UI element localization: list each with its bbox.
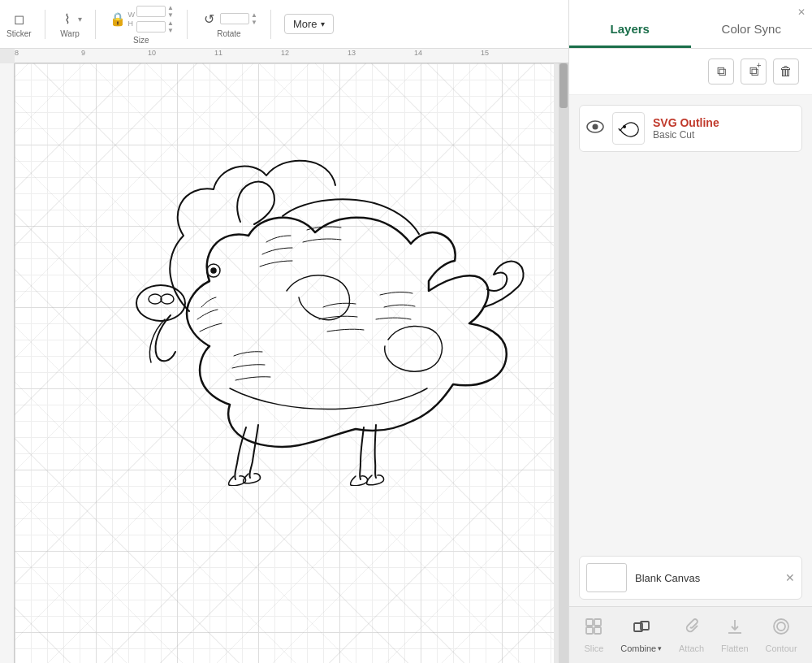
blank-canvas-label: Blank Canvas [635,572,700,584]
svg-point-4 [211,268,216,273]
svg-point-6 [593,124,598,130]
color-sync-tab-label: Color Sync [722,22,781,36]
blank-canvas-thumbnail [586,563,627,592]
canvas-area[interactable]: 8 9 10 11 12 13 14 15 [0,49,568,663]
svg-point-1 [149,294,162,304]
blank-canvas-item[interactable]: Blank Canvas ✕ [579,556,802,600]
layers-tab-label: Layers [611,22,650,36]
layer-info: SVG Outline Basic Cut [653,116,795,141]
combine-icon [632,617,651,640]
sticker-icon: ◻ [10,10,28,28]
svg-point-2 [161,294,174,304]
ruler-vertical [0,63,15,663]
svg-point-16 [777,622,785,630]
blank-canvas-close[interactable]: ✕ [785,571,795,584]
flatten-label: Flatten [721,644,749,653]
rotate-icon: ↺ [201,10,218,28]
layer-visibility-toggle[interactable] [586,120,604,136]
more-arrow: ▾ [321,20,325,28]
tab-color-sync[interactable]: Color Sync [691,12,813,48]
contour-action[interactable]: Contour [765,617,797,653]
layer-toolbar: ⧉ ⧉+ 🗑 [569,49,812,95]
flatten-action[interactable]: Flatten [721,617,749,653]
slice-icon [584,617,603,640]
svg-rect-11 [594,627,601,634]
svg-point-7 [623,125,626,128]
contour-icon [771,617,791,640]
panel-close-icon[interactable]: ✕ [797,6,806,18]
combine-action[interactable]: Combine ▾ [620,617,662,653]
layers-list: SVG Outline Basic Cut [569,95,812,332]
size-tool[interactable]: 🔒 W H ▲▼ ▲▼ Size [109,4,174,45]
delete-layer-button[interactable]: 🗑 [773,58,799,84]
warp-tool[interactable]: ⌇ ▾ Warp [58,10,82,38]
svg-rect-10 [586,627,593,634]
sticker-label: Sticker [6,29,32,38]
duplicate-layer-button[interactable]: ⧉ [708,58,734,84]
design-canvas[interactable] [15,63,554,663]
more-button[interactable]: More ▾ [284,14,334,34]
layer-item-svg[interactable]: SVG Outline Basic Cut [579,105,802,152]
divider-1 [45,10,45,39]
svg-rect-8 [586,619,593,626]
divider-2 [95,10,96,39]
tab-layers[interactable]: Layers [569,12,691,48]
combine-label: Combine [620,644,656,653]
lock-icon: 🔒 [109,10,127,28]
more-label: More [293,18,317,30]
toolbar: ◻ Sticker ⌇ ▾ Warp 🔒 W H ▲▼ [0,0,568,49]
contour-label: Contour [765,644,797,653]
attach-label: Attach [679,644,704,653]
divider-3 [187,10,188,39]
svg-rect-9 [594,619,601,626]
tabs-header: Layers Color Sync ✕ [569,0,812,49]
ruler-horizontal: 8 9 10 11 12 13 14 15 [15,49,568,63]
add-icon: ⧉+ [749,64,758,79]
flatten-icon [725,617,745,640]
delete-icon: 🗑 [780,64,793,79]
slice-action[interactable]: Slice [584,617,603,653]
attach-icon [682,617,702,640]
scrollbar-vertical[interactable] [559,63,568,663]
boar-design[interactable] [39,145,542,486]
rotate-label: Rotate [217,29,240,38]
warp-label: Warp [60,29,80,38]
svg-point-0 [136,285,185,321]
scrollbar-thumb[interactable] [559,63,568,108]
size-label: Size [133,36,149,45]
layer-spacer [569,332,812,550]
right-panel: Layers Color Sync ✕ ⧉ ⧉+ 🗑 [568,0,812,663]
duplicate-icon: ⧉ [717,64,726,79]
attach-action[interactable]: Attach [679,617,704,653]
slice-label: Slice [584,644,603,653]
rotate-tool[interactable]: ↺ ▲▼ Rotate [201,10,257,38]
divider-4 [270,10,271,39]
combine-arrow: ▾ [658,644,662,652]
sticker-tool[interactable]: ◻ Sticker [6,10,32,38]
layer-subtype: Basic Cut [653,129,795,141]
layer-name: SVG Outline [653,116,795,129]
warp-icon: ⌇ [58,10,76,28]
bottom-action-bar: Slice Combine ▾ Attach [569,606,812,663]
svg-point-15 [774,619,788,634]
add-layer-button[interactable]: ⧉+ [741,58,767,84]
layer-thumbnail [612,112,645,145]
